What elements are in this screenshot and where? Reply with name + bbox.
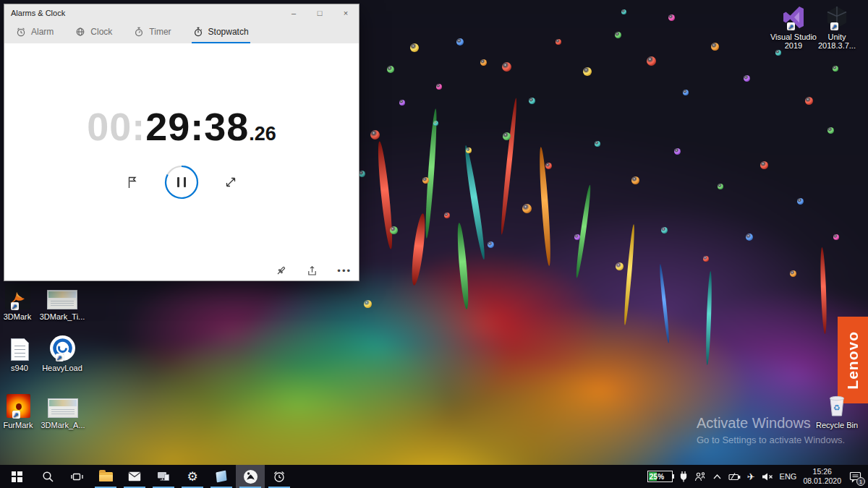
search-button[interactable] [33,465,62,488]
share-button[interactable] [306,265,318,277]
see-more-button[interactable]: ••• [337,265,352,276]
lap-flag-button[interactable] [125,175,140,189]
battery-indicator[interactable]: 25% [647,471,673,482]
screenshot-thumbnail-icon [48,392,78,418]
tab-label: Clock [90,27,112,37]
window-title: Alarms & Clock [4,9,281,17]
pin-button[interactable] [275,265,287,277]
paint-droplet [503,132,511,140]
hidden-icons-chevron[interactable] [712,473,722,480]
shortcut-arrow-icon: ↗ [830,22,838,30]
paint-droplet [436,84,442,90]
taskbar-settings[interactable]: ⚙ [178,465,207,488]
icon-label: FurMark [4,421,33,429]
paint-droplet [711,43,719,51]
icon-label: Recycle Bin [816,421,858,429]
desktop-icon-3dmark-a[interactable]: 3DMark_A... [33,392,93,429]
share-icon [306,265,318,277]
visual-studio-icon: ↗ [781,4,806,30]
xbox-icon [244,470,258,484]
maximize-button[interactable]: □ [307,4,333,22]
paint-droplet [390,226,398,234]
icon-label: 3DMark [4,312,32,321]
tab-clock[interactable]: Clock [74,22,114,43]
paint-droplet [833,66,838,72]
airplane-mode-icon[interactable]: ✈ [747,471,755,482]
recycle-symbol: ♻ [833,403,841,413]
paint-droplet [775,50,781,56]
heavyload-icon: ↗ [50,335,75,361]
paint-droplet [674,148,681,155]
people-icon[interactable] [694,471,706,481]
window-titlebar[interactable]: Alarms & Clock – □ × [4,4,359,22]
taskbar-alarms-clock[interactable] [265,465,294,488]
paint-droplet [744,75,750,82]
desktop-icon-recycle-bin[interactable]: ♻ Recycle Bin [807,392,867,429]
windows-logo-icon [12,471,22,482]
paint-droplet [370,130,380,140]
mail-icon [128,471,141,481]
paint-droplet [529,98,535,104]
paint-droplet [616,262,624,270]
taskbar-left: ⚙ [0,465,294,488]
paint-droplet [833,234,839,240]
taskbar-clock[interactable]: 15:26 08.01.2020 [803,467,841,486]
tab-timer[interactable]: Timer [132,22,172,43]
taskbar-xbox[interactable] [236,465,265,488]
battery-percent: 25% [648,473,665,481]
taskbar-notes-app[interactable] [207,465,236,488]
stopwatch-time-display: 00:29:38.26 [4,104,359,149]
notification-badge: 1 [856,477,865,486]
start-button[interactable] [0,465,33,488]
action-center-button[interactable]: 1 [848,469,862,484]
stopwatch-hours: 00: [87,104,145,149]
paint-droplet [422,177,429,184]
desktop-icon-unity[interactable]: ↗ Unity 2018.3.7... [807,4,867,50]
paint-droplet [488,241,494,248]
taskbar-system-app[interactable] [149,465,178,488]
expand-button[interactable] [224,175,238,189]
paint-droplet [661,227,668,234]
desktop-icon-3dmark-ti[interactable]: 3DMark_Ti... [32,283,93,321]
desktop-icon-heavyload[interactable]: ↗ HeavyLoad [32,335,93,372]
minimize-button[interactable]: – [281,4,307,22]
paint-droplet [433,121,438,126]
paint-droplet [556,39,561,45]
shortcut-arrow-icon: ↗ [56,354,64,361]
volume-muted-icon[interactable] [762,472,773,481]
paint-droplet [683,90,689,95]
language-indicator[interactable]: ENG [780,472,797,481]
pin-icon [275,265,287,277]
paint-droplet [456,38,464,46]
window-command-bar: ••• [275,265,352,277]
icon-label: 3DMark_Ti... [40,312,85,321]
tab-bar: Alarm Clock Timer Stopwatch [4,22,359,43]
paint-droplet [631,176,639,184]
paint-droplet [595,141,600,147]
tab-stopwatch[interactable]: Stopwatch [192,22,250,43]
taskbar-mail[interactable] [120,465,149,488]
3dmark-icon: ↗ [5,283,30,309]
paint-droplet [410,43,419,52]
world-clock-icon [75,27,85,37]
stopwatch-fraction: .26 [249,123,276,145]
paint-droplet [574,234,580,240]
paint-droplet [480,59,487,66]
taskbar-file-explorer[interactable] [91,465,120,488]
pause-button[interactable] [164,165,199,200]
timer-icon [134,27,144,37]
gear-icon: ⚙ [187,469,197,484]
tab-alarm[interactable]: Alarm [14,22,55,43]
tab-label: Timer [149,27,171,37]
unity-icon: ↗ [825,4,849,30]
paint-droplet [444,213,450,218]
paint-droplet [466,147,472,153]
plug-icon[interactable] [679,471,688,482]
paint-droplet [647,56,656,66]
paint-droplet [746,234,753,241]
system-tray: 25% ✈ ENG 15:26 08.01.2020 1 [647,465,868,488]
battery-status-icon[interactable] [728,472,741,481]
stopwatch-minutes-seconds: 29:38 [145,104,249,149]
close-button[interactable]: × [333,4,359,22]
task-view-button[interactable] [62,465,91,488]
